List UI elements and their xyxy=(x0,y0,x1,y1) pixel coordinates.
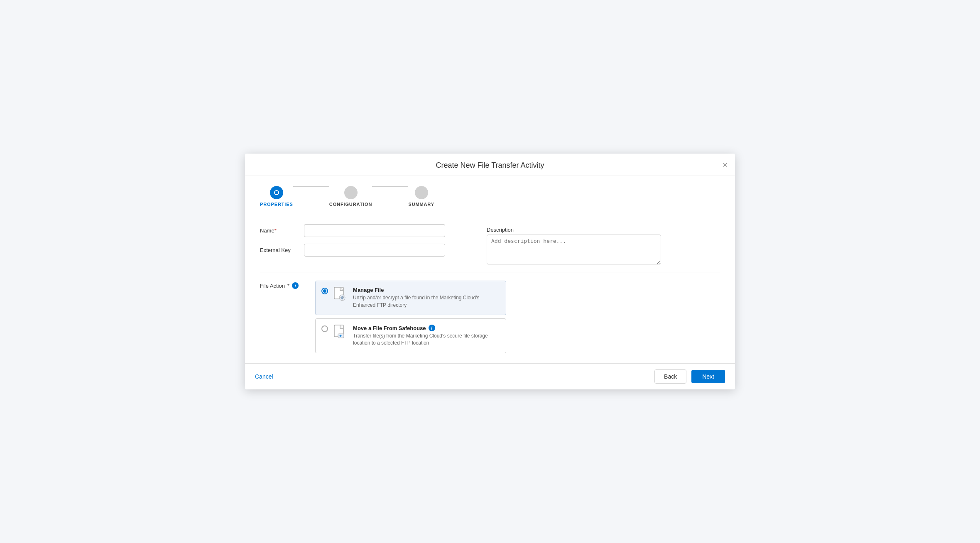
move-file-desc: Transfer file(s) from the Marketing Clou… xyxy=(353,333,499,347)
connector-2 xyxy=(372,186,408,187)
file-action-section: File Action* i xyxy=(260,281,720,353)
next-button[interactable]: Next xyxy=(691,370,725,383)
name-label: Name* xyxy=(260,224,297,234)
manage-file-desc: Unzip and/or decrypt a file found in the… xyxy=(353,294,499,309)
move-file-info-icon[interactable]: i xyxy=(429,325,435,331)
close-button[interactable]: × xyxy=(723,161,728,169)
back-button[interactable]: Back xyxy=(654,369,686,384)
radio-circle-manage xyxy=(321,288,328,294)
option-manage-file[interactable]: Manage File Unzip and/or decrypt a file … xyxy=(315,281,506,315)
move-file-text: Move a File From Safehouse i Transfer fi… xyxy=(353,325,499,347)
external-key-group: External Key xyxy=(260,244,445,257)
step-summary: SUMMARY xyxy=(408,186,434,207)
radio-manage-file xyxy=(321,287,328,294)
file-action-label: File Action* i xyxy=(260,281,299,289)
radio-circle-move xyxy=(321,325,328,332)
step-properties: PROPERTIES xyxy=(260,186,293,207)
svg-point-4 xyxy=(341,297,343,299)
manage-file-icon xyxy=(333,287,348,302)
manage-file-text: Manage File Unzip and/or decrypt a file … xyxy=(353,287,499,309)
modal-header: Create New File Transfer Activity × xyxy=(245,154,735,176)
external-key-input[interactable] xyxy=(304,244,445,257)
move-file-title: Move a File From Safehouse i xyxy=(353,325,499,331)
option-move-file[interactable]: Move a File From Safehouse i Transfer fi… xyxy=(315,318,506,353)
stepper: PROPERTIES CONFIGURATION SUMMARY xyxy=(245,176,735,214)
radio-move-file xyxy=(321,325,328,332)
footer-actions: Back Next xyxy=(654,369,725,384)
cancel-button[interactable]: Cancel xyxy=(255,370,273,383)
name-group: Name* xyxy=(260,224,445,237)
step-label-configuration: CONFIGURATION xyxy=(329,202,372,207)
file-action-info-icon[interactable]: i xyxy=(292,282,299,289)
manage-file-title: Manage File xyxy=(353,287,499,293)
modal-footer: Cancel Back Next xyxy=(245,363,735,389)
name-input[interactable] xyxy=(304,224,445,237)
step-circle-configuration xyxy=(344,186,358,199)
file-action-options: Manage File Unzip and/or decrypt a file … xyxy=(315,281,506,353)
external-key-label: External Key xyxy=(260,244,297,253)
modal-container: Create New File Transfer Activity × PROP… xyxy=(245,154,735,389)
step-circle-properties xyxy=(270,186,283,199)
modal-title: Create New File Transfer Activity xyxy=(436,161,544,170)
description-label: Description xyxy=(487,224,661,233)
move-file-icon xyxy=(333,325,348,340)
svg-point-1 xyxy=(275,191,278,194)
step-configuration: CONFIGURATION xyxy=(329,186,372,207)
modal-body: Name* External Key Description File Acti… xyxy=(245,214,735,363)
step-label-summary: SUMMARY xyxy=(408,202,434,207)
description-input[interactable] xyxy=(487,235,661,264)
step-circle-summary xyxy=(415,186,428,199)
description-group: Description xyxy=(487,224,661,264)
form-divider xyxy=(260,272,720,272)
connector-1 xyxy=(293,186,329,187)
step-label-properties: PROPERTIES xyxy=(260,202,293,207)
